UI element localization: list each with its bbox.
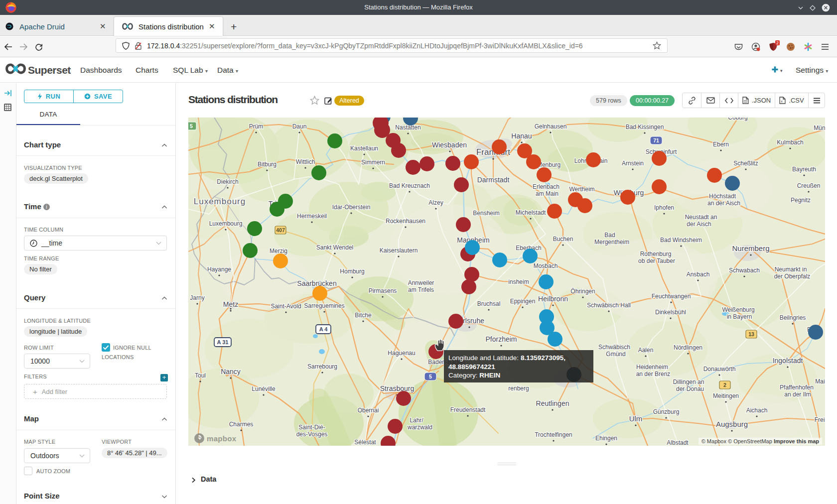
- svg-text:Beilngries: Beilngries: [780, 314, 806, 321]
- svg-text:insheim: insheim: [508, 278, 529, 285]
- svg-text:407: 407: [276, 227, 285, 233]
- svg-text:Rockenhausen: Rockenhausen: [386, 218, 425, 225]
- svg-text:Saarbrücken: Saarbrücken: [297, 279, 336, 287]
- svg-text:Neustadt an: Neustadt an: [685, 214, 717, 221]
- svg-text:Alzey: Alzey: [428, 199, 443, 206]
- svg-text:Heidenheim: Heidenheim: [636, 364, 668, 371]
- svg-text:Haguenau: Haguenau: [388, 350, 415, 357]
- svg-text:Reutlingen: Reutlingen: [536, 399, 569, 407]
- svg-text:Nördlingen: Nördlingen: [674, 344, 702, 351]
- svg-text:13: 13: [748, 331, 754, 337]
- svg-text:Darmstadt: Darmstadt: [477, 176, 510, 184]
- svg-text:Buchen: Buchen: [553, 236, 573, 243]
- svg-text:Pfaffenhofen: Pfaffenhofen: [780, 384, 814, 391]
- svg-text:renberg: renberg: [508, 385, 529, 392]
- svg-text:Wertheim: Wertheim: [569, 186, 594, 193]
- svg-text:Kastellaun: Kastellaun: [350, 145, 378, 152]
- svg-text:Lahr/: Lahr/: [410, 417, 423, 424]
- svg-text:A 4: A 4: [319, 326, 328, 332]
- svg-text:Coburg: Coburg: [728, 118, 747, 121]
- svg-text:Hermeskeil: Hermeskeil: [297, 213, 327, 220]
- svg-text:Obernai: Obernai: [358, 407, 379, 414]
- svg-text:Wiesbaden: Wiesbaden: [432, 141, 467, 149]
- svg-text:Bad Windsheim: Bad Windsheim: [660, 237, 702, 244]
- svg-text:Schwabach: Schwabach: [729, 267, 760, 274]
- svg-text:Mosbach: Mosbach: [534, 262, 558, 269]
- svg-text:Nancy: Nancy: [221, 368, 241, 376]
- svg-text:Bad Kissingen: Bad Kissingen: [626, 124, 664, 130]
- svg-text:Homburg: Homburg: [340, 268, 364, 275]
- svg-text:Weißenburg: Weißenburg: [722, 306, 754, 313]
- svg-text:der Aisch: der Aisch: [687, 221, 711, 228]
- svg-text:der Oberpfalz: der Oberpfalz: [774, 273, 811, 280]
- svg-text:A 31: A 31: [217, 339, 229, 345]
- svg-text:Neumarkt in: Neumarkt in: [775, 266, 807, 273]
- svg-text:Schwäbisch Hall: Schwäbisch Hall: [587, 302, 631, 309]
- svg-text:5: 5: [429, 374, 432, 379]
- svg-text:71: 71: [653, 137, 659, 143]
- svg-text:Höchstadt: Höchstadt: [709, 193, 736, 200]
- svg-text:Meitingen: Meitingen: [713, 392, 739, 399]
- svg-text:in Bayern: in Bayern: [727, 313, 752, 320]
- svg-text:x: x: [781, 100, 783, 103]
- svg-text:am Trifels: am Trifels: [408, 286, 434, 293]
- svg-text:Aalen: Aalen: [638, 347, 654, 354]
- svg-text:Erlenbach: Erlenbach: [533, 183, 559, 190]
- svg-text:Hanau: Hanau: [511, 132, 532, 140]
- svg-text:Heilbronn: Heilbronn: [538, 295, 568, 303]
- svg-text:Bitche: Bitche: [355, 312, 372, 319]
- svg-text:Lunéville: Lunéville: [252, 385, 276, 392]
- svg-text:am Main: am Main: [536, 190, 558, 197]
- svg-text:ob der Tauber: ob der Tauber: [638, 257, 675, 264]
- svg-text:Arnstein: Arnstein: [622, 160, 644, 167]
- svg-text:Sankt Wendel: Sankt Wendel: [316, 244, 354, 251]
- svg-text:Simmern: Simmern: [361, 159, 385, 166]
- svg-text:an der Ilm: an der Ilm: [784, 391, 811, 398]
- svg-text:Rothenburg: Rothenburg: [640, 251, 672, 257]
- svg-text:Sarreguemines: Sarreguemines: [304, 302, 344, 309]
- svg-text:Saint-Avold: Saint-Avold: [271, 303, 301, 310]
- svg-text:Mair: Mair: [815, 378, 825, 385]
- svg-text:Metz: Metz: [223, 300, 238, 308]
- svg-text:Eppingen: Eppingen: [510, 298, 536, 305]
- svg-text:2: 2: [723, 382, 726, 388]
- svg-text:Wittlich: Wittlich: [296, 158, 315, 165]
- svg-text:Ingolstadt: Ingolstadt: [773, 357, 803, 365]
- svg-text:Mergentheim: Mergentheim: [594, 239, 629, 246]
- svg-text:Merzig: Merzig: [270, 248, 287, 254]
- svg-text:Gmünd: Gmünd: [606, 351, 625, 358]
- svg-text:Toul: Toul: [195, 372, 206, 379]
- svg-text:Diekirch: Diekirch: [217, 178, 238, 185]
- svg-text:Pegnitz: Pegnitz: [791, 197, 811, 204]
- svg-text:Annweiler: Annweiler: [408, 279, 434, 286]
- svg-text:Bruchsal: Bruchsal: [477, 300, 501, 307]
- svg-text:Gelnhausen: Gelnhausen: [535, 123, 567, 130]
- svg-text:Bad Kreuznach: Bad Kreuznach: [389, 182, 430, 189]
- svg-text:Dillingen an: Dillingen an: [673, 378, 704, 385]
- svg-text:5: 5: [190, 123, 193, 129]
- svg-text:Daun: Daun: [292, 123, 307, 130]
- svg-text:Ebern: Ebern: [713, 141, 729, 148]
- svg-text:Dinkelsbühl: Dinkelsbühl: [655, 309, 686, 316]
- svg-text:Bitburg: Bitburg: [258, 161, 277, 168]
- svg-text:Ulm: Ulm: [629, 414, 643, 423]
- svg-text:Donauwörth: Donauwörth: [703, 366, 736, 373]
- svg-text:Strasbourg: Strasbourg: [380, 384, 414, 392]
- svg-text:Sélestat: Sélestat: [354, 439, 376, 446]
- svg-text:Bensheim: Bensheim: [473, 210, 499, 217]
- svg-text:Augsburg: Augsburg: [716, 420, 748, 428]
- svg-text:Saint-Dié-: Saint-Dié-: [298, 424, 325, 431]
- svg-text:warzwald: warzwald: [407, 424, 432, 431]
- svg-text:Ehingen: Ehingen: [595, 435, 617, 442]
- svg-text:Prüm: Prüm: [249, 123, 264, 130]
- svg-text:Bayreuth: Bayreuth: [792, 166, 816, 173]
- svg-text:Trochtelfingen: Trochtelfingen: [535, 431, 572, 438]
- svg-text:Hayange: Hayange: [207, 266, 231, 273]
- svg-text:Luxembourg: Luxembourg: [209, 220, 243, 227]
- svg-text:Michelstadt: Michelstadt: [516, 209, 546, 216]
- svg-text:Feuchtwangen: Feuchtwangen: [652, 293, 691, 300]
- svg-text:Schwäbisch: Schwäbisch: [598, 344, 630, 351]
- svg-text:Pirmasens: Pirmasens: [369, 287, 397, 294]
- svg-text:an der Aisch: an der Aisch: [707, 200, 740, 207]
- svg-text:Charmes: Charmes: [229, 421, 254, 428]
